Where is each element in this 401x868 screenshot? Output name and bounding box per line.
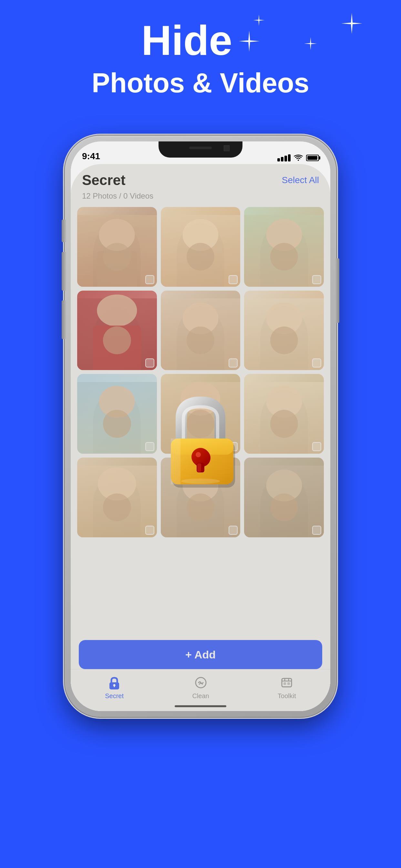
status-icons [277, 154, 319, 161]
phone-screen: 9:41 [71, 142, 330, 711]
svg-point-6 [196, 452, 201, 457]
svg-rect-8 [197, 463, 201, 472]
side-button-mute [62, 220, 66, 242]
side-button-volume-down [62, 300, 66, 339]
hide-label: Hide [142, 20, 233, 61]
battery-icon [306, 155, 319, 161]
header-area: Hide Photos & Videos [0, 20, 401, 98]
lock-icon [149, 386, 252, 489]
subtitle: Photos & Videos [0, 68, 401, 98]
phone-mockup: 9:41 [65, 135, 336, 717]
side-button-volume-up [62, 252, 66, 290]
signal-icon [277, 154, 290, 161]
svg-point-9 [181, 478, 220, 484]
speaker [189, 147, 212, 149]
app-content: Secret Select All 12 Photos / 0 Videos [71, 164, 330, 711]
svg-rect-3 [171, 438, 181, 485]
front-camera [224, 145, 229, 151]
hide-title-row: Hide [0, 20, 401, 61]
phone-frame: 9:41 [65, 135, 336, 717]
wifi-icon [294, 154, 303, 161]
notch [158, 142, 243, 158]
status-time: 9:41 [82, 151, 100, 161]
sparkle-icon [239, 20, 259, 61]
side-button-power [335, 258, 339, 323]
